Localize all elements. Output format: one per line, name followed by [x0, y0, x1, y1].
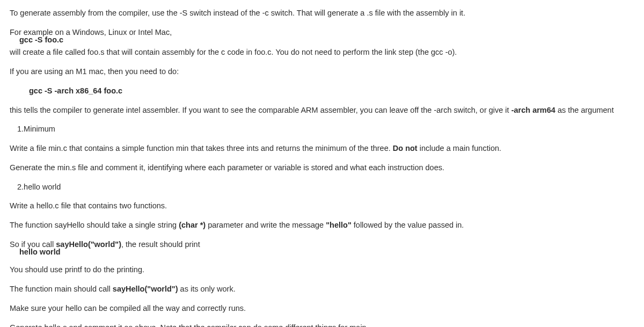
list-item-1: 1. Minimum: [10, 123, 634, 135]
list-title-minimum: Minimum: [24, 125, 55, 133]
text-call-c: , the result should print: [121, 240, 200, 249]
text-min-a: Write a file min.c that contains a simpl…: [10, 144, 393, 152]
text-arch-arm64: -arch arm64: [511, 106, 555, 114]
paragraph-intro: To generate assembly from the compiler, …: [10, 8, 634, 19]
paragraph-compile: Make sure your hello can be compiled all…: [10, 303, 634, 315]
text-main-a: The function main should call: [10, 285, 113, 293]
text-min-c: include a main function.: [418, 144, 501, 152]
paragraph-hello-intro: Write a hello.c file that contains two f…: [10, 200, 634, 212]
paragraph-printf: You should use printf to do the printing…: [10, 264, 634, 276]
text-char-star: (char *): [179, 221, 206, 229]
list-title-hello: hello world: [24, 183, 61, 191]
paragraph-foo-explain: will create a file called foo.s that wil…: [10, 47, 634, 59]
text-main-c: as its only work.: [178, 285, 236, 293]
text-do-not: Do not: [393, 144, 418, 152]
text-hello-str: "hello": [326, 221, 352, 229]
paragraph-min-generate: Generate the min.s file and comment it, …: [10, 162, 634, 174]
paragraph-min-desc: Write a file min.c that contains a simpl…: [10, 143, 634, 155]
text-sayhello-a: The function sayHello should take a sing…: [10, 221, 179, 229]
paragraph-sayhello-desc: The function sayHello should take a sing…: [10, 220, 634, 231]
text-sayhello-c: parameter and write the message: [206, 221, 326, 229]
text-sayhello-world-2: sayHello("world"): [113, 285, 178, 293]
list-number-1: 1.: [17, 123, 24, 135]
paragraph-m1-intro: If you are using an M1 mac, then you nee…: [10, 66, 634, 78]
text-arch-a: this tells the compiler to generate inte…: [10, 106, 511, 114]
text-sayhello-e: followed by the value passed in.: [352, 221, 464, 229]
paragraph-arch-explain: this tells the compiler to generate inte…: [10, 105, 634, 117]
code-gcc-arch: gcc -S -arch x86_64 foo.c: [10, 85, 634, 97]
list-number-2: 2.: [17, 181, 24, 193]
text-arch-c: as the argument: [555, 106, 614, 114]
list-item-2: 2. hello world: [10, 181, 634, 193]
text-sayhello-world: sayHello("world"): [56, 240, 121, 249]
paragraph-generate-hello-s: Generate hello.s and comment it as above…: [10, 322, 634, 328]
paragraph-main-desc: The function main should call sayHello("…: [10, 284, 634, 295]
